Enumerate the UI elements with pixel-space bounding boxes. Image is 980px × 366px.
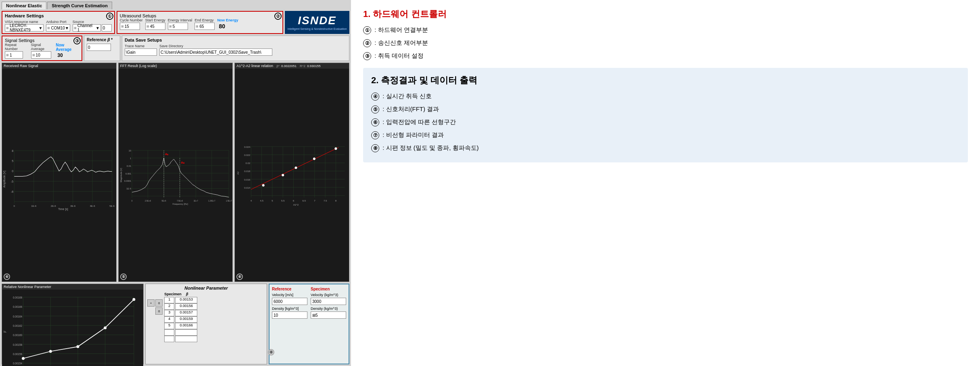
trace-name-label: Trace Name bbox=[125, 44, 157, 48]
signal-avg-input[interactable]: ⊞ 10 bbox=[31, 51, 51, 59]
cycle-group: Cycle Number ⊞ 15 bbox=[120, 18, 143, 30]
svg-point-97 bbox=[335, 147, 337, 150]
cycle-label: Cycle Number bbox=[120, 18, 143, 22]
svg-text:4E-6: 4E-6 bbox=[90, 205, 95, 207]
arduino-input[interactable]: ⊞ COM10 ▼ bbox=[46, 24, 70, 32]
svg-text:Time [s]: Time [s] bbox=[58, 208, 68, 211]
svg-text:8: 8 bbox=[12, 149, 13, 152]
end-energy-input[interactable]: ⊞ 65 bbox=[194, 23, 215, 30]
right-item-7: ⑦ : 비선형 파라미터 결과 bbox=[371, 130, 960, 140]
logo-subtext: Intelligent Sensing & Nondestructive Eva… bbox=[287, 27, 347, 31]
specimen-info-panel: ⑧ Reference Velocity [m/s] 6000 Density … bbox=[269, 284, 349, 364]
svg-text:0.00162: 0.00162 bbox=[13, 324, 23, 327]
svg-text:0: 0 bbox=[131, 200, 132, 202]
table-row bbox=[164, 336, 198, 342]
energy-interval-input[interactable]: ⊞ 5 bbox=[168, 23, 188, 30]
repeat-spinner-icon: ⊞ bbox=[6, 53, 9, 57]
beta-header: β bbox=[176, 292, 198, 296]
table-row: 2 0.00156 bbox=[164, 303, 198, 310]
now-avg-group: Now Average 30 bbox=[56, 43, 79, 59]
spec-density-value[interactable]: ⊞ 5 bbox=[311, 311, 346, 319]
svg-point-94 bbox=[282, 174, 284, 176]
svg-text:7.5: 7.5 bbox=[324, 200, 327, 202]
ref-velocity-value[interactable]: 6000 bbox=[272, 298, 307, 305]
signal-settings-panel: ③ Signal Settings Repeat Number ⊞ 1 Sign… bbox=[2, 36, 82, 61]
ultrasound-fields: Cycle Number ⊞ 15 Start Energy ⊞ 45 Ener… bbox=[120, 18, 280, 30]
svg-text:5E+6: 5E+6 bbox=[161, 200, 166, 202]
circle-6: ⑥ bbox=[371, 118, 379, 126]
save-dir-input[interactable]: C:\Users\Admin\Desktop\UNET_GUI_0302\Sav… bbox=[159, 48, 272, 56]
raw-signal-area: 8 5 0 -5 -8 0 1E-6 2E-6 3E-6 4E-6 5E-6 A… bbox=[2, 69, 116, 282]
svg-point-131 bbox=[132, 298, 135, 301]
param-table-data: Specimen β 1 0.00153 2 0.00156 3 0.0015 bbox=[164, 292, 198, 342]
specimen-columns: Reference Velocity [m/s] 6000 Density [k… bbox=[272, 287, 346, 320]
param-add-btn[interactable]: + bbox=[147, 299, 155, 307]
table-row: 5 0.00166 bbox=[164, 323, 198, 329]
svg-text:1.5E+7: 1.5E+7 bbox=[226, 200, 232, 202]
right-item-4: ④ : 실시간 취득 신호 bbox=[371, 91, 960, 101]
end-energy-group: End Energy ⊞ 65 bbox=[194, 18, 215, 30]
svg-text:A₂: A₂ bbox=[181, 161, 184, 164]
repeat-input[interactable]: ⊞ 1 bbox=[5, 51, 23, 59]
svg-text:β': β' bbox=[3, 330, 6, 332]
param-btn-2[interactable]: 0 bbox=[155, 307, 163, 315]
svg-text:A1^2: A1^2 bbox=[293, 204, 299, 206]
reference-col-title: Reference bbox=[272, 287, 307, 291]
r2-label: R^2 bbox=[300, 64, 305, 68]
signal-fields: Repeat Number ⊞ 1 Signal Average ⊞ 10 No… bbox=[5, 43, 79, 59]
visa-group: VISA resource name ⊞ LECROY-NBNXE4T9 ▼ bbox=[5, 20, 44, 32]
source-input[interactable]: ⊞ Channel 1 ▼ bbox=[73, 24, 101, 32]
source-extra-input[interactable]: 0 bbox=[102, 24, 112, 32]
signal-avg-label: Signal Average bbox=[31, 43, 54, 51]
svg-text:A2: A2 bbox=[237, 171, 239, 175]
tab-strength-curve[interactable]: Strength Curve Estimation bbox=[47, 2, 112, 9]
svg-text:0.00154: 0.00154 bbox=[13, 362, 23, 365]
ref-density-value[interactable]: 10 bbox=[272, 311, 307, 319]
tab-nonlinear-elastic[interactable]: Nonlinear Elastic bbox=[2, 2, 46, 9]
svg-point-96 bbox=[313, 158, 316, 160]
start-energy-input[interactable]: ⊞ 45 bbox=[145, 23, 165, 30]
repeat-group: Repeat Number ⊞ 1 bbox=[5, 43, 29, 59]
param-btn-1[interactable]: 0 bbox=[155, 299, 163, 307]
fft-chart: FFT Result (Log scale) bbox=[118, 63, 233, 282]
ultrasound-setups-panel: ② Ultrasound Setups Cycle Number ⊞ 15 St… bbox=[117, 11, 283, 34]
ultrasound-badge: ② bbox=[274, 13, 282, 20]
source-spinner-icon: ⊞ bbox=[74, 26, 77, 30]
svg-text:0.00168: 0.00168 bbox=[13, 296, 23, 299]
svg-point-130 bbox=[104, 326, 107, 329]
circle-8: ⑧ bbox=[371, 144, 379, 152]
table-row bbox=[164, 329, 198, 336]
svg-text:0.00166: 0.00166 bbox=[13, 305, 23, 308]
svg-text:0.00160: 0.00160 bbox=[13, 334, 23, 337]
param-headers: Specimen β bbox=[164, 292, 198, 296]
cycle-input[interactable]: ⊞ 15 bbox=[120, 23, 140, 30]
svg-text:1E-5: 1E-5 bbox=[126, 187, 131, 190]
a1a2-area: 0.024 0.022 0.02 0.018 0.016 0.014 4 4.5… bbox=[235, 69, 349, 282]
spec-velocity-value[interactable]: 3000 bbox=[311, 298, 346, 305]
specimen-header: Specimen bbox=[164, 292, 174, 296]
raw-signal-chart: Received Raw Signal bbox=[2, 63, 117, 282]
svg-point-127 bbox=[22, 357, 25, 360]
start-energy-group: Start Energy ⊞ 45 bbox=[145, 18, 165, 30]
svg-text:0.00156: 0.00156 bbox=[13, 353, 23, 355]
middle-row: ③ Signal Settings Repeat Number ⊞ 1 Sign… bbox=[2, 36, 349, 61]
signal-badge: ③ bbox=[73, 37, 81, 44]
source-group: Source ⊞ Channel 1 ▼ 0 bbox=[73, 20, 112, 32]
svg-text:-8: -8 bbox=[11, 190, 13, 193]
svg-text:-5: -5 bbox=[11, 180, 13, 183]
arduino-spinner-icon: ⊞ bbox=[47, 26, 50, 30]
visa-input[interactable]: ⊞ LECROY-NBNXE4T9 ▼ bbox=[5, 24, 44, 32]
r2-value: 0.930155 bbox=[307, 64, 320, 68]
trace-name-input[interactable]: \Gain bbox=[125, 48, 157, 56]
table-row: 1 0.00153 bbox=[164, 297, 198, 303]
ref-density-field: Density [kg/m^3] 10 bbox=[272, 307, 307, 319]
svg-text:1E-6: 1E-6 bbox=[31, 205, 36, 207]
reference-beta-input[interactable]: 0 bbox=[87, 44, 111, 51]
a1a2-title: A1^2-A2 linear relation β* 0.0022051 R^2… bbox=[235, 63, 349, 69]
fft-title: FFT Result (Log scale) bbox=[119, 63, 233, 69]
signal-avg-group: Signal Average ⊞ 10 bbox=[31, 43, 54, 59]
svg-text:4.5: 4.5 bbox=[260, 200, 264, 202]
right-panel: 1. 하드웨어 컨트롤러 ① : 하드웨어 연결부분 ② : 송신신호 제어부분… bbox=[351, 0, 980, 366]
raw-signal-badge: ④ bbox=[4, 273, 10, 280]
svg-text:0.00158: 0.00158 bbox=[13, 343, 23, 346]
